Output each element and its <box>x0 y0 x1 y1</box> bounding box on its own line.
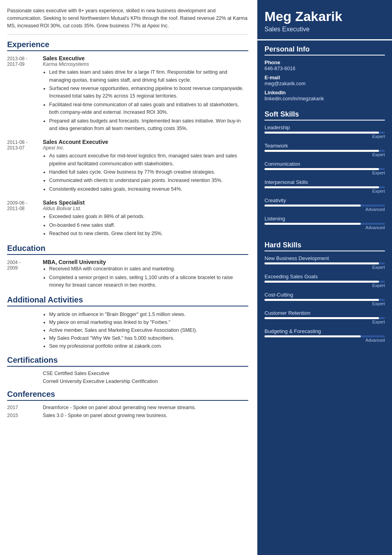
exp-bullet: Communicated with clients to understand … <box>49 177 248 184</box>
skill-item: Exceeding Sales GoalsExpert <box>265 274 385 288</box>
skill-level: Expert <box>265 134 385 139</box>
exp-bullet: Led the sales team and sales drive for a… <box>49 69 248 84</box>
skill-level: Expert <box>265 320 385 324</box>
skill-item: CommunicationExpert <box>265 161 385 175</box>
skill-item: ListeningAdvanced <box>265 216 385 230</box>
skill-item: Cost-CuttingExpert <box>265 292 385 306</box>
personal-info-fields: Phone646-873-6016E-mailmeg@zakarik.comLi… <box>265 59 385 101</box>
experience-item: 2013-08 - 2017-09Sales ExecutiveKarma Mi… <box>7 55 248 133</box>
skill-bar-fill <box>265 299 379 301</box>
additional-bullet: My article on influence in "Brain Blogge… <box>49 310 248 318</box>
summary-text: Passionate sales executive with 8+ years… <box>7 7 248 34</box>
skill-item: TeamworkExpert <box>265 143 385 157</box>
info-value: 646-873-6016 <box>265 66 385 71</box>
skill-level: Expert <box>265 170 385 175</box>
exp-job-title: Sales Account Executive <box>43 139 248 145</box>
skill-bar-fill <box>265 132 379 134</box>
conferences-list: 2017Dreamforce - Spoke on panel about ge… <box>7 405 248 418</box>
conference-desc: Dreamforce - Spoke on panel about genera… <box>43 405 248 410</box>
exp-dates: 2013-08 - 2017-09 <box>7 55 43 133</box>
skill-bar-fill <box>265 281 379 283</box>
experience-section-title: Experience <box>7 40 248 51</box>
skill-bar-bg <box>265 168 385 170</box>
certification-item: Cornell University Executive Leadership … <box>43 379 248 384</box>
exp-job-title: Sales Specialist <box>43 199 248 206</box>
exp-dates: 2011-08 - 2013-07 <box>7 139 43 194</box>
skill-item: Customer RetentionExpert <box>265 310 385 324</box>
exp-bullet: On-boarded 6 new sales staff. <box>49 222 248 229</box>
exp-dates: 2009-06 - 2011-08 <box>7 199 43 238</box>
additional-bullet: See my professional portfolio online at … <box>49 342 248 350</box>
exp-bullet: Surfaced new revenue opportunities, enha… <box>49 85 248 100</box>
experience-section: 2013-08 - 2017-09Sales ExecutiveKarma Mi… <box>7 55 248 238</box>
skill-item: New Business DevelopmentExpert <box>265 255 385 270</box>
skill-name: Leadership <box>265 124 385 130</box>
certifications-list: CSE Certified Sales ExecutiveCornell Uni… <box>7 371 248 384</box>
skill-bar-bg <box>265 150 385 152</box>
skill-bar-bg <box>265 132 385 134</box>
additional-bullet: Active member, Sales and Marketing Execu… <box>49 326 248 334</box>
info-label: LinkedIn <box>265 90 385 96</box>
skill-item: Interpersonal SkillsExpert <box>265 179 385 193</box>
exp-bullet: Reached out to new clients. Grew client … <box>49 230 248 237</box>
skill-bar-bg <box>265 262 385 264</box>
education-section: 2004 - 2009MBA, Cornell UniversityReceiv… <box>7 259 248 290</box>
skill-bar-bg <box>265 335 385 337</box>
left-column: Passionate sales executive with 8+ years… <box>0 0 257 555</box>
skill-level: Advanced <box>265 338 385 343</box>
exp-bullets: Led the sales team and sales drive for a… <box>43 69 248 132</box>
skill-bar-bg <box>265 317 385 319</box>
certification-item: CSE Certified Sales Executive <box>43 371 248 376</box>
skill-level: Expert <box>265 189 385 193</box>
edu-bullet: Received MBA with concentration in sales… <box>49 265 248 273</box>
skill-name: New Business Development <box>265 255 385 261</box>
exp-content: Sales Account ExecutiveApexi Inc.As sale… <box>43 139 248 194</box>
skill-level: Expert <box>265 265 385 270</box>
edu-dates: 2004 - 2009 <box>7 259 43 290</box>
skill-bar-fill <box>265 317 379 319</box>
conference-item: 2017Dreamforce - Spoke on panel about ge… <box>7 405 248 410</box>
exp-company: Karma Microsystems <box>43 61 248 67</box>
candidate-jobtitle: Sales Executive <box>265 26 385 33</box>
exp-bullet: Exceeded sales goals in 98% of all perio… <box>49 213 248 220</box>
personal-info-section: Personal Info Phone646-873-6016E-mailmeg… <box>257 40 392 105</box>
additional-bullet: My piece on email marketing was linked t… <box>49 318 248 326</box>
exp-bullet: Consistently exceeded sales goals, incre… <box>49 186 248 193</box>
soft-skills-section: Soft Skills LeadershipExpertTeamworkExpe… <box>257 105 392 236</box>
right-column: Meg Zakarik Sales Executive Personal Inf… <box>257 0 392 555</box>
education-section-title: Education <box>7 244 248 255</box>
experience-item: 2011-08 - 2013-07Sales Account Executive… <box>7 139 248 194</box>
skill-name: Communication <box>265 161 385 167</box>
exp-bullets: As sales account executive for mid-level… <box>43 152 248 193</box>
info-value: linkedin.com/in/megzakarik <box>265 96 385 101</box>
exp-company: Aldus Bolivar Ltd. <box>43 206 248 211</box>
exp-content: Sales SpecialistAldus Bolivar Ltd.Exceed… <box>43 199 248 238</box>
exp-bullets: Exceeded sales goals in 98% of all perio… <box>43 213 248 237</box>
skill-level: Expert <box>265 283 385 288</box>
candidate-name: Meg Zakarik <box>265 9 385 24</box>
skill-bar-bg <box>265 299 385 301</box>
education-item: 2004 - 2009MBA, Cornell UniversityReceiv… <box>7 259 248 290</box>
skill-bar-fill <box>265 262 379 264</box>
skill-bar-fill <box>265 186 379 188</box>
skill-level: Expert <box>265 301 385 306</box>
skill-bar-fill <box>265 168 379 170</box>
conference-year: 2017 <box>7 405 43 410</box>
exp-bullet: Prepared all sales budgets and forecasts… <box>49 117 248 133</box>
exp-job-title: Sales Executive <box>43 55 248 61</box>
skill-name: Teamwork <box>265 143 385 149</box>
info-label: Phone <box>265 59 385 65</box>
conference-desc: Sales 3.0 - Spoke on panel about growing… <box>43 413 248 418</box>
skill-bar-bg <box>265 223 385 225</box>
skill-bar-bg <box>265 281 385 283</box>
hard-skills-title: Hard Skills <box>265 241 385 251</box>
right-header: Meg Zakarik Sales Executive <box>257 0 392 40</box>
additional-bullet: My Sales Podcast "Why We Sell," has 5,00… <box>49 334 248 342</box>
skill-name: Listening <box>265 216 385 222</box>
skill-level: Expert <box>265 152 385 157</box>
conferences-section-title: Conferences <box>7 390 248 401</box>
skill-name: Exceeding Sales Goals <box>265 274 385 279</box>
edu-content: MBA, Cornell UniversityReceived MBA with… <box>43 259 248 290</box>
skill-name: Budgeting & Forecasting <box>265 328 385 334</box>
hard-skills-list: New Business DevelopmentExpertExceeding … <box>265 255 385 343</box>
